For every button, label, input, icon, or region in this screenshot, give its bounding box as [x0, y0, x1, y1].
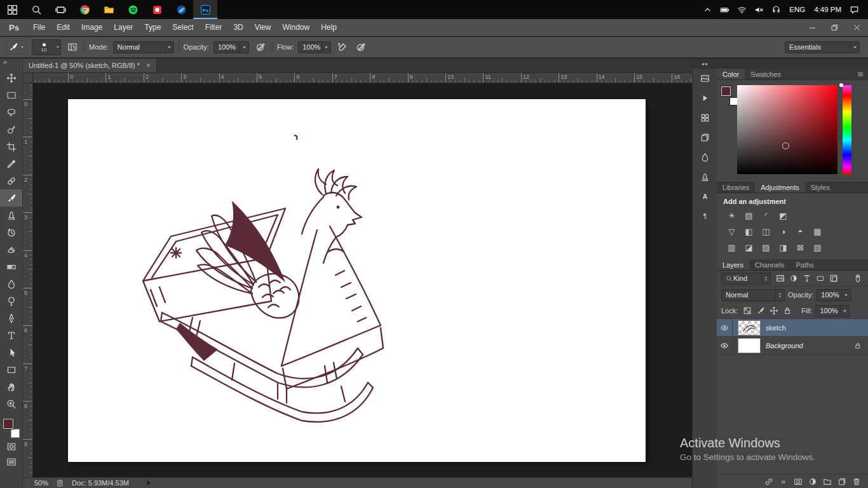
- hand-tool[interactable]: [0, 378, 22, 395]
- visibility-toggle[interactable]: [717, 319, 733, 336]
- tool-presets-panel-icon[interactable]: [693, 108, 717, 128]
- layer-opacity-input[interactable]: 100%: [817, 289, 851, 301]
- clone-stamp-tool[interactable]: [0, 207, 22, 224]
- channel-mixer-adjustment-icon[interactable]: ▦: [809, 224, 826, 239]
- rectangle-tool[interactable]: [0, 361, 22, 378]
- status-menu-arrow[interactable]: [146, 480, 152, 486]
- pen-tool[interactable]: [0, 309, 22, 327]
- layer-group-icon[interactable]: [820, 476, 834, 487]
- blur-tool[interactable]: [0, 275, 22, 292]
- invert-adjustment-icon[interactable]: ◪: [740, 240, 757, 255]
- brush-preset-picker[interactable]: 10: [32, 39, 61, 55]
- quick-mask-button[interactable]: [0, 439, 22, 454]
- layer-thumbnail[interactable]: [738, 338, 761, 353]
- eyedropper-tool[interactable]: [0, 155, 22, 172]
- file-explorer-taskbar-button[interactable]: [97, 0, 121, 19]
- lock-paint-icon[interactable]: [754, 305, 766, 317]
- dodge-tool[interactable]: [0, 292, 22, 309]
- clock[interactable]: 4:49 PM: [810, 6, 846, 13]
- shape-filter-icon[interactable]: [814, 273, 826, 285]
- brightness-contrast-adjustment-icon[interactable]: ☀: [723, 208, 740, 223]
- action-center-icon[interactable]: [846, 0, 863, 19]
- actions-panel-icon[interactable]: [693, 88, 717, 108]
- measure-panel-icon[interactable]: [693, 147, 717, 167]
- curves-adjustment-icon[interactable]: ◜: [757, 208, 775, 223]
- hue-slider-marker[interactable]: [839, 83, 843, 87]
- menu-help[interactable]: Help: [315, 23, 342, 32]
- menu-layer[interactable]: Layer: [108, 23, 139, 32]
- toolbar-collapse-icon[interactable]: »: [0, 58, 22, 69]
- menu-edit[interactable]: Edit: [51, 23, 76, 32]
- type-tool[interactable]: [0, 327, 22, 344]
- levels-adjustment-icon[interactable]: ▤: [740, 208, 757, 223]
- crop-tool[interactable]: [0, 138, 22, 155]
- foreground-color-swatch[interactable]: [3, 419, 13, 429]
- visibility-toggle[interactable]: [717, 337, 733, 354]
- expand-panels-icon[interactable]: ◂◂: [693, 58, 717, 69]
- selective-color-adjustment-icon[interactable]: ⊠: [792, 240, 809, 255]
- task-view-taskbar-button[interactable]: [48, 0, 72, 19]
- spotify-taskbar-button[interactable]: [121, 0, 145, 19]
- layer-row-background[interactable]: Background: [717, 337, 868, 355]
- tab-color[interactable]: Color: [717, 69, 745, 79]
- layer-filter-select[interactable]: Kind: [721, 273, 771, 285]
- status-flyout-icon[interactable]: [56, 479, 64, 487]
- tab-adjustments[interactable]: Adjustments: [755, 182, 805, 193]
- menu-file[interactable]: File: [27, 23, 51, 32]
- layer-blend-mode-select[interactable]: Normal: [721, 289, 785, 301]
- pressure-opacity-icon[interactable]: [254, 40, 268, 54]
- smart-filter-icon[interactable]: [827, 273, 839, 285]
- menu-3d[interactable]: 3D: [227, 23, 248, 32]
- restore-button[interactable]: [824, 19, 846, 36]
- background-color-swatch[interactable]: [11, 429, 20, 438]
- pixel-filter-icon[interactable]: [774, 273, 786, 285]
- hue-saturation-adjustment-icon[interactable]: ◧: [740, 224, 757, 239]
- hue-slider[interactable]: [843, 85, 851, 174]
- toggle-brush-panel-icon[interactable]: [65, 40, 79, 54]
- app-blue-taskbar-button[interactable]: [169, 0, 193, 19]
- gradient-tool[interactable]: [0, 258, 22, 275]
- layer-comps-panel-icon[interactable]: [693, 128, 717, 147]
- tool-preset-picker[interactable]: [6, 40, 27, 54]
- close-button[interactable]: [846, 19, 868, 36]
- chevron-up-tray-icon[interactable]: [699, 5, 716, 15]
- canvas[interactable]: [68, 99, 646, 462]
- panel-menu-icon[interactable]: [857, 69, 868, 79]
- layer-thumbnail[interactable]: [738, 320, 761, 336]
- filter-toggle-icon[interactable]: [851, 273, 864, 285]
- spot-healing-brush-tool[interactable]: [0, 172, 22, 189]
- tab-paths[interactable]: Paths: [790, 259, 820, 270]
- quick-selection-tool[interactable]: [0, 121, 22, 138]
- headset-tray-icon[interactable]: [768, 5, 785, 15]
- color-balance-adjustment-icon[interactable]: ◫: [757, 224, 775, 239]
- menu-window[interactable]: Window: [277, 23, 316, 32]
- search-taskbar-button[interactable]: [24, 0, 48, 19]
- volume-muted-tray-icon[interactable]: [750, 5, 768, 15]
- workspace-select[interactable]: Essentials: [785, 41, 860, 53]
- layer-fill-input[interactable]: 100%: [815, 305, 850, 317]
- opacity-input[interactable]: 100%: [214, 41, 249, 53]
- eraser-tool[interactable]: [0, 241, 22, 258]
- lasso-tool[interactable]: [0, 104, 22, 121]
- layer-row-sketch[interactable]: sketch: [717, 319, 868, 337]
- type-filter-icon[interactable]: [801, 273, 813, 285]
- clone-source-panel-icon[interactable]: [693, 167, 717, 187]
- character-panel-icon[interactable]: A: [693, 187, 717, 207]
- saturation-brightness-field[interactable]: [737, 85, 837, 174]
- tab-styles[interactable]: Styles: [805, 182, 836, 193]
- menu-select[interactable]: Select: [166, 23, 199, 32]
- menu-image[interactable]: Image: [76, 23, 108, 32]
- language-indicator[interactable]: ENG: [785, 6, 810, 13]
- threshold-adjustment-icon[interactable]: ◨: [775, 240, 792, 255]
- tab-layers[interactable]: Layers: [717, 259, 749, 270]
- lock-all-icon[interactable]: [781, 305, 793, 317]
- layer-effects-icon[interactable]: fx: [776, 476, 790, 487]
- black-white-adjustment-icon[interactable]: ◑: [775, 224, 792, 239]
- navigator-panel-icon[interactable]: [693, 69, 717, 88]
- network-tray-icon[interactable]: [733, 5, 750, 15]
- foreground-color-swatch[interactable]: [721, 86, 731, 96]
- posterize-adjustment-icon[interactable]: ▨: [757, 240, 775, 255]
- adjustment-layer-icon[interactable]: [806, 476, 819, 487]
- lock-transparent-icon[interactable]: [741, 305, 753, 317]
- tab-swatches[interactable]: Swatches: [745, 69, 787, 79]
